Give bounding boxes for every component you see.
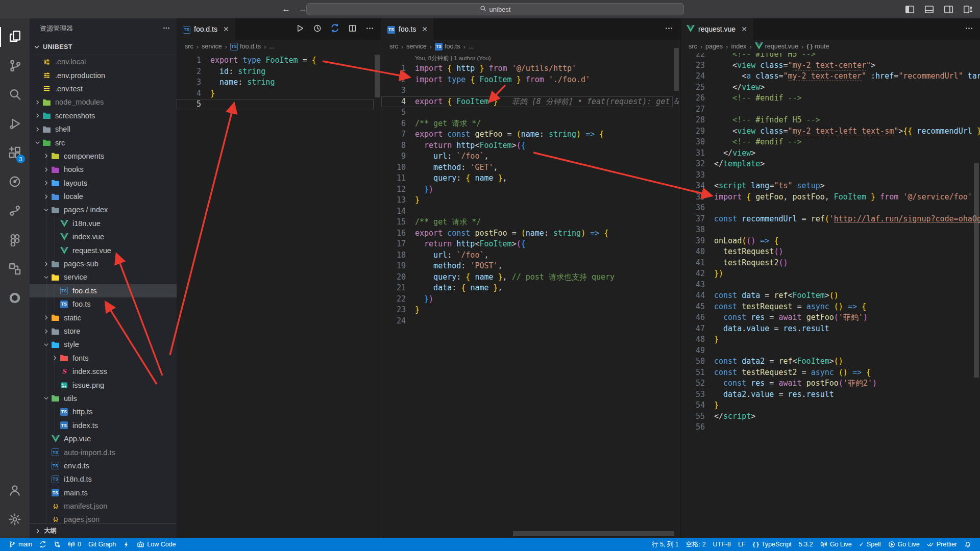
tree-item-app-vue[interactable]: App.vue [30, 432, 177, 445]
outline-section[interactable]: 大纲 [30, 523, 177, 538]
vertical-scrollbar[interactable] [375, 55, 380, 97]
status-5-3-2[interactable]: 5.3.2 [795, 541, 817, 548]
activity-figma[interactable] [0, 226, 30, 255]
tree-item-i18n-vue[interactable]: i18n.vue [30, 217, 177, 230]
tree-item-pages-json[interactable]: {..}pages.json [30, 513, 177, 523]
activity-live[interactable] [0, 168, 30, 197]
tree-item-index-scss[interactable]: Sindex.scss [30, 365, 177, 378]
line-number: 23 [381, 305, 406, 316]
tree-item--env-production[interactable]: .env.production [30, 68, 177, 82]
sync-icon[interactable] [330, 23, 339, 35]
tree-item--env-test[interactable]: .env.test [30, 82, 177, 95]
tree-item-store[interactable]: store [30, 324, 177, 338]
tree-item-request-vue[interactable]: request.vue [30, 243, 177, 257]
tree-item-manifest-json[interactable]: {..}manifest.json [30, 499, 177, 513]
status--2[interactable]: 空格: 2 [682, 540, 709, 549]
tree-item--env-local[interactable]: .env.local [30, 55, 177, 68]
tree-item-foo-d-ts[interactable]: TSfoo.d.ts [30, 284, 177, 297]
tree-item-auto-import-d-ts[interactable]: TSauto-import.d.ts [30, 445, 177, 459]
status-lf[interactable]: LF [734, 541, 749, 548]
status-sync[interactable] [36, 541, 50, 548]
activity-search[interactable] [0, 81, 30, 110]
close-icon[interactable]: ✕ [741, 25, 747, 33]
tree-item-foo-ts[interactable]: TSfoo.ts [30, 297, 177, 311]
code-editor[interactable]: 22 <!-- #ifdef H5 -->23 <view class="my-… [680, 53, 980, 538]
activity-source-control[interactable] [0, 52, 30, 81]
status-go-live[interactable]: Go Live [817, 541, 855, 548]
activity-run-debug[interactable] [0, 110, 30, 139]
status-go-live[interactable]: Go Live [885, 541, 923, 548]
status-compare[interactable] [50, 541, 64, 548]
layout-bottom-icon[interactable] [924, 5, 934, 14]
layout-right-icon[interactable] [944, 5, 953, 14]
tree-item-issue-png[interactable]: issue.png [30, 378, 177, 391]
tree-item-static[interactable]: static [30, 311, 177, 324]
tree-item-src[interactable]: src [30, 136, 177, 149]
activity-remote[interactable] [0, 255, 30, 284]
close-icon[interactable]: ✕ [422, 25, 428, 33]
code-editor[interactable]: You, 8分钟前 | 1 author (You)1import { http… [381, 53, 680, 538]
tree-item-node-modules[interactable]: node_modules [30, 95, 177, 109]
split-icon[interactable] [348, 24, 357, 35]
activity-git-graph[interactable] [0, 197, 30, 226]
nav-back-icon[interactable]: ← [282, 4, 290, 14]
status--5-1[interactable]: 行 5, 列 1 [648, 540, 682, 549]
code-line: 10 method: 'GET', [381, 162, 680, 173]
tree-item-style[interactable]: style [30, 338, 177, 351]
layout-custom-icon[interactable] [963, 5, 973, 14]
layout-left-icon[interactable] [905, 5, 915, 14]
tree-item-fonts[interactable]: fonts [30, 352, 177, 365]
codelens-annotation[interactable]: You, 8分钟前 | 1 author (You) [381, 53, 680, 63]
tab-foo-d-ts[interactable]: TSfoo.d.ts✕ [177, 18, 236, 40]
breadcrumb[interactable]: src›service›TSfoo.d.ts›... [177, 40, 381, 53]
breadcrumb[interactable]: src›service›TSfoo.ts›... [381, 40, 680, 53]
tree-item-http-ts[interactable]: TShttp.ts [30, 405, 177, 418]
activity-codegeex[interactable] [0, 284, 30, 313]
more-icon[interactable] [965, 24, 973, 35]
tree-item-utils[interactable]: utils [30, 392, 177, 405]
code-editor[interactable]: 1export type FooItem = {2 id: string3 na… [177, 53, 381, 538]
horizontal-scrollbar[interactable] [513, 531, 674, 536]
status-bell[interactable] [961, 541, 975, 548]
tree-item-env-d-ts[interactable]: TSenv.d.ts [30, 459, 177, 472]
tree-item-pages-sub[interactable]: pages-sub [30, 257, 177, 270]
status-prettier[interactable]: Prettier [923, 541, 961, 548]
command-center-search[interactable]: unibest [306, 3, 684, 15]
status-0[interactable]: 0 [64, 541, 85, 548]
tree-item-components[interactable]: components [30, 149, 177, 163]
status-main[interactable]: main [5, 541, 36, 548]
status-typescript[interactable]: { }TypeScript [749, 541, 795, 548]
more-icon[interactable] [665, 24, 673, 35]
status-spell[interactable]: ✓Spell [855, 541, 885, 548]
tree-item-hooks[interactable]: hooks [30, 163, 177, 176]
tree-item-main-ts[interactable]: TSmain.ts [30, 486, 177, 499]
tree-item-shell[interactable]: shell [30, 122, 177, 136]
history-icon[interactable] [313, 24, 322, 35]
vertical-scrollbar[interactable] [674, 48, 679, 91]
status-git-graph[interactable]: Git Graph [85, 541, 119, 548]
tab-foo-ts[interactable]: TSfoo.ts✕ [381, 18, 434, 40]
tree-item-service[interactable]: service [30, 270, 177, 284]
activity-extensions[interactable]: 3 [0, 139, 30, 168]
tree-item-index-ts[interactable]: TSindex.ts [30, 419, 177, 432]
activity-account[interactable] [0, 477, 30, 506]
status-lightning[interactable] [119, 541, 133, 548]
breadcrumb[interactable]: src›pages›index›request.vue›{ }route [680, 40, 980, 53]
tree-item-i18n-d-ts[interactable]: TSi18n.d.ts [30, 472, 177, 486]
vertical-scrollbar[interactable] [974, 163, 979, 378]
tree-item-screenshots[interactable]: screenshots [30, 109, 177, 122]
tree-item-layouts[interactable]: layouts [30, 177, 177, 190]
status-utf-8[interactable]: UTF-8 [709, 541, 734, 548]
more-icon[interactable] [365, 24, 374, 35]
tree-item-pages-index[interactable]: pages / index [30, 203, 177, 216]
tab-request-vue[interactable]: request.vue✕ [680, 18, 754, 40]
activity-settings[interactable] [0, 506, 30, 535]
activity-explorer[interactable] [0, 22, 30, 52]
project-section-header[interactable]: UNIBEST [30, 39, 177, 55]
close-icon[interactable]: ✕ [223, 25, 229, 33]
status-low-code[interactable]: Low Code [133, 541, 179, 548]
run-icon[interactable] [296, 24, 304, 35]
tree-item-locale[interactable]: locale [30, 190, 177, 203]
explorer-more-icon[interactable] [162, 24, 170, 34]
tree-item-index-vue[interactable]: index.vue [30, 230, 177, 243]
